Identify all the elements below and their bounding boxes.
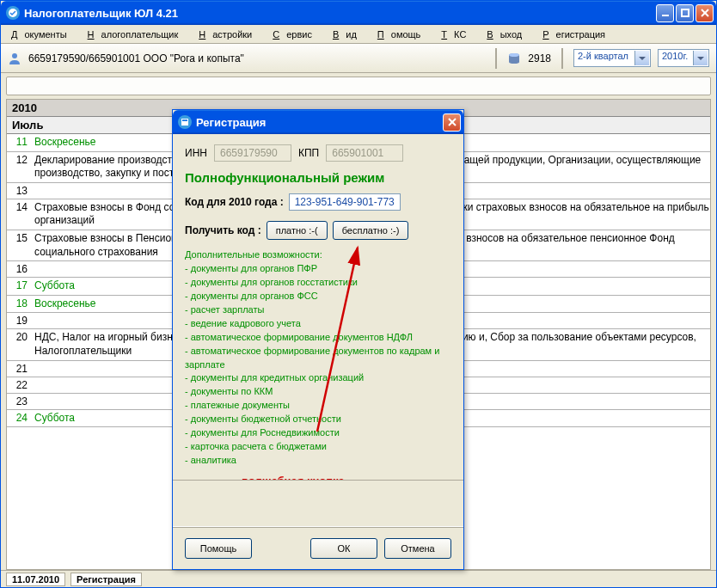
menu-help[interactable]: Помощь — [371, 28, 435, 41]
database-icon — [507, 52, 521, 65]
menu-documents[interactable]: Документы — [4, 28, 81, 41]
features-header: Дополнительные возможности: — [185, 248, 451, 262]
svg-point-5 — [12, 53, 17, 58]
calendar-day: 23 — [7, 395, 31, 407]
minimize-button[interactable] — [656, 4, 674, 22]
svg-point-7 — [509, 53, 519, 57]
toolbar: 6659179590/665901001 ООО "Рога и копыта"… — [1, 44, 716, 73]
feature-item: - аналитика — [185, 454, 451, 468]
status-date: 11.07.2010 — [6, 573, 65, 586]
cancel-button[interactable]: Отмена — [384, 538, 451, 559]
code-label: Код для 2010 года : — [185, 196, 284, 208]
code-input[interactable] — [289, 193, 401, 211]
calendar-day: 16 — [7, 263, 31, 275]
kpp-label: КПП — [298, 147, 319, 159]
titlebar-buttons — [656, 4, 714, 22]
calendar-day: 20 — [7, 331, 31, 343]
feature-item: - документы для органов госстатистики — [185, 276, 451, 290]
feature-item: - расчет зарплаты — [185, 303, 451, 317]
calendar-day: 17 — [7, 279, 31, 291]
calendar-day: 19 — [7, 315, 31, 327]
calendar-day: 21 — [7, 363, 31, 375]
toolbar-separator — [495, 48, 497, 69]
menu-view[interactable]: Вид — [326, 28, 371, 41]
get-code-label: Получить код : — [185, 224, 261, 236]
feature-item: - документы для Роснедвижимости — [185, 426, 451, 440]
maximize-button[interactable] — [676, 4, 694, 22]
app-icon — [6, 6, 20, 20]
dialog-close-button[interactable] — [443, 113, 461, 132]
menu-service[interactable]: Сервис — [266, 28, 326, 41]
feature-item: - документы бюджетной отчетности — [185, 413, 451, 426]
dialog-titlebar: Регистрация — [173, 110, 463, 134]
menu-settings[interactable]: Настройки — [192, 28, 266, 41]
calendar-day: 18 — [7, 297, 31, 309]
feature-item: - документы для органов ФСС — [185, 290, 451, 303]
calendar-day: 13 — [7, 185, 31, 197]
empty-toolbar — [6, 77, 711, 95]
feature-item: - документы по ККМ — [185, 385, 451, 399]
org-text: 6659179590/665901001 ООО "Рога и копыта" — [28, 52, 485, 64]
calendar-day: 11 — [7, 136, 31, 148]
toolbar-number: 2918 — [528, 52, 551, 64]
svg-rect-2 — [682, 9, 689, 16]
feature-item: - автоматическое формирование документов… — [185, 331, 451, 345]
inn-label: ИНН — [185, 147, 207, 159]
dialog-title: Регистрация — [196, 116, 443, 129]
user-icon — [8, 52, 21, 65]
feature-item: - платежные документы — [185, 399, 451, 413]
feature-item: - документы для органов ПФР — [185, 262, 451, 276]
main-titlebar: Налогоплательщик ЮЛ 4.21 — [1, 1, 716, 25]
year-select[interactable]: 2010г. — [658, 49, 709, 67]
paid-button[interactable]: платно :-( — [267, 221, 328, 240]
free-button[interactable]: бесплатно :-) — [333, 221, 409, 240]
dialog-separator — [173, 526, 463, 528]
calendar-day: 24 — [7, 412, 31, 424]
svg-rect-9 — [182, 119, 187, 121]
dialog-body: ИНН КПП Полнофункциональный режим Код дл… — [173, 134, 463, 569]
feature-item: - ведение кадрового учета — [185, 317, 451, 331]
calendar-day: 15 — [7, 232, 31, 244]
close-button[interactable] — [696, 4, 714, 22]
main-title: Налогоплательщик ЮЛ 4.21 — [24, 7, 656, 20]
feature-item: - автоматическое формирование документов… — [185, 345, 451, 372]
kpp-field — [326, 144, 403, 162]
menubar: Документы Налогоплательщик Настройки Сер… — [1, 25, 716, 44]
dialog-divider — [173, 480, 463, 493]
registration-dialog: Регистрация ИНН КПП Полнофункциональный … — [172, 109, 464, 570]
menu-registration[interactable]: Регистрация — [536, 28, 619, 41]
status-label: Регистрация — [70, 573, 142, 586]
menu-tks[interactable]: ТКС — [434, 28, 480, 41]
feature-item: - карточка расчета с бюджетами — [185, 440, 451, 454]
menu-exit[interactable]: Выход — [480, 28, 536, 41]
menu-taxpayer[interactable]: Налогоплательщик — [81, 28, 193, 41]
calendar-day: 12 — [7, 154, 31, 166]
help-button[interactable]: Помощь — [185, 538, 252, 559]
dialog-icon — [178, 115, 192, 129]
statusbar: 11.07.2010 Регистрация — [1, 570, 716, 587]
mode-title: Полнофункциональный режим — [185, 170, 451, 185]
calendar-day: 22 — [7, 379, 31, 391]
inn-field — [214, 144, 291, 162]
features-list: Дополнительные возможности: - документы … — [185, 248, 451, 468]
feature-item: - документы для кредитных организаций — [185, 371, 451, 385]
quarter-select[interactable]: 2-й квартал — [573, 49, 651, 67]
ok-button[interactable]: ОК — [310, 538, 377, 559]
calendar-day: 14 — [7, 201, 31, 213]
toolbar-separator-2 — [561, 48, 563, 69]
